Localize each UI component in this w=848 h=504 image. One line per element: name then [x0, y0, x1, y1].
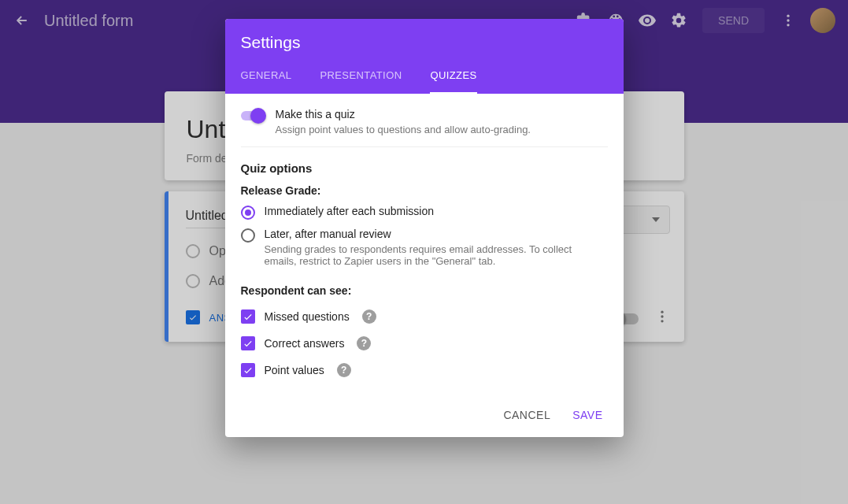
make-quiz-toggle[interactable] — [241, 111, 265, 120]
checkbox-point-values[interactable]: Point values ? — [241, 363, 608, 377]
dialog-actions: CANCEL SAVE — [225, 398, 624, 437]
checkbox-checked-icon — [241, 336, 255, 350]
help-icon[interactable]: ? — [357, 336, 371, 350]
release-grade-later[interactable]: Later, after manual review Sending grade… — [241, 228, 608, 267]
dialog-body: Make this a quiz Assign point values to … — [225, 94, 624, 398]
checkbox-correct-answers[interactable]: Correct answers ? — [241, 336, 608, 350]
tab-presentation[interactable]: PRESENTATION — [320, 69, 402, 94]
release-grade-immediate[interactable]: Immediately after each submission — [241, 205, 608, 220]
radio-unselected-icon — [241, 228, 255, 243]
help-icon[interactable]: ? — [362, 309, 376, 324]
dialog-header: Settings GENERAL PRESENTATION QUIZZES — [225, 19, 624, 94]
cancel-button[interactable]: CANCEL — [503, 409, 550, 421]
settings-dialog: Settings GENERAL PRESENTATION QUIZZES Ma… — [225, 19, 624, 437]
dialog-tabs: GENERAL PRESENTATION QUIZZES — [241, 69, 608, 94]
release-grade-later-label: Later, after manual review — [265, 228, 580, 240]
make-quiz-description: Assign point values to questions and all… — [276, 124, 531, 135]
help-icon[interactable]: ? — [337, 363, 351, 377]
dialog-title: Settings — [241, 33, 608, 52]
release-grade-later-hint: Sending grades to respondents requires e… — [265, 243, 580, 267]
respondent-can-see-heading: Respondent can see: — [241, 284, 608, 297]
quiz-options-heading: Quiz options — [241, 161, 608, 175]
save-button[interactable]: SAVE — [572, 409, 602, 421]
make-quiz-label: Make this a quiz — [276, 108, 531, 120]
tab-quizzes[interactable]: QUIZZES — [430, 69, 476, 94]
checkbox-missed-questions[interactable]: Missed questions ? — [241, 309, 608, 324]
checkbox-correct-label: Correct answers — [265, 337, 345, 350]
checkbox-missed-label: Missed questions — [265, 310, 350, 323]
radio-selected-icon — [241, 206, 255, 220]
make-quiz-row: Make this a quiz Assign point values to … — [241, 108, 608, 147]
release-grade-heading: Release Grade: — [241, 184, 608, 197]
release-grade-immediate-label: Immediately after each submission — [265, 205, 435, 217]
tab-general[interactable]: GENERAL — [241, 69, 292, 94]
checkbox-checked-icon — [241, 363, 255, 377]
checkbox-checked-icon — [241, 309, 255, 324]
checkbox-points-label: Point values — [265, 364, 324, 376]
